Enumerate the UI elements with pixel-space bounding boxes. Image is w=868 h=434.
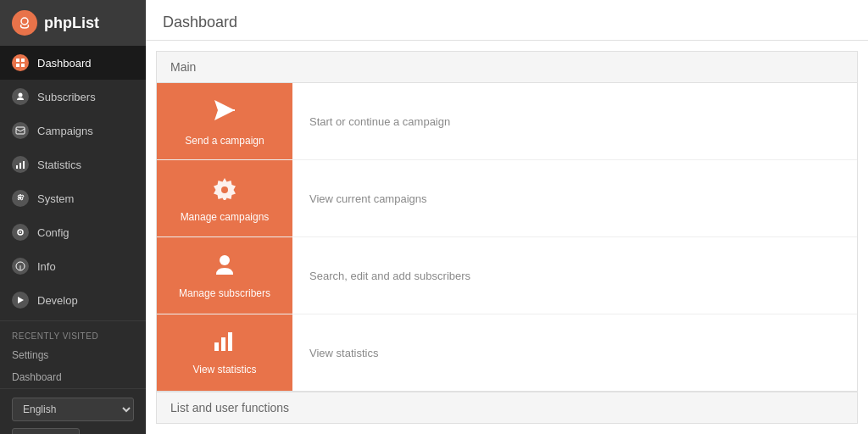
sidebar-item-system[interactable]: System xyxy=(0,181,146,215)
sidebar-item-label: Info xyxy=(37,260,56,273)
logo-icon xyxy=(12,10,37,36)
sidebar-item-label: Subscribers xyxy=(37,91,96,103)
sidebar: phpList Dashboard Subscrib xyxy=(0,0,146,434)
sidebar-item-label: Campaigns xyxy=(37,125,93,137)
main-content: Dashboard Main Send a campaign Start or … xyxy=(146,0,868,434)
develop-icon xyxy=(12,292,29,309)
svg-rect-4 xyxy=(21,64,25,67)
manage-campaigns-label: Manage campaigns xyxy=(181,211,270,223)
send-campaign-icon xyxy=(211,97,238,130)
app-logo[interactable]: phpList xyxy=(0,0,146,46)
svg-marker-15 xyxy=(18,297,24,303)
logout-button[interactable]: Logout xyxy=(12,428,80,434)
info-icon: i xyxy=(12,258,29,275)
section-list-header: List and user functions xyxy=(156,392,858,424)
svg-rect-8 xyxy=(19,163,21,169)
sidebar-item-info[interactable]: i Info xyxy=(0,249,146,283)
app-name: phpList xyxy=(44,14,99,32)
svg-point-0 xyxy=(21,18,28,25)
svg-rect-2 xyxy=(21,58,25,62)
svg-rect-7 xyxy=(16,165,18,169)
view-statistics-icon xyxy=(213,331,236,359)
sidebar-item-config[interactable]: Config xyxy=(0,215,146,249)
svg-rect-1 xyxy=(16,58,19,62)
send-campaign-description: Start or continue a campaign xyxy=(292,115,467,128)
view-statistics-tile[interactable]: View statistics xyxy=(157,314,292,391)
sidebar-item-develop[interactable]: Develop xyxy=(0,283,146,317)
svg-rect-6 xyxy=(16,127,25,134)
sidebar-item-dashboard[interactable]: Dashboard xyxy=(0,46,146,80)
svg-text:i: i xyxy=(19,264,21,270)
page-title: Dashboard xyxy=(146,0,868,41)
statistics-icon xyxy=(12,156,29,173)
svg-point-21 xyxy=(220,255,230,265)
system-icon xyxy=(12,190,29,207)
manage-campaigns-description: View current campaigns xyxy=(292,192,444,205)
card-row-manage-campaigns: Manage campaigns View current campaigns xyxy=(157,160,857,237)
recent-item-settings[interactable]: Settings xyxy=(0,344,146,366)
manage-subscribers-icon xyxy=(213,253,236,282)
svg-point-5 xyxy=(19,93,23,97)
sidebar-item-campaigns[interactable]: Campaigns xyxy=(0,114,146,147)
manage-campaigns-icon xyxy=(212,175,237,206)
config-icon xyxy=(12,224,29,241)
view-statistics-description: View statistics xyxy=(292,347,395,359)
dashboard-icon xyxy=(12,54,29,71)
section-main-header: Main xyxy=(156,51,858,83)
send-campaign-tile[interactable]: Send a campaign xyxy=(157,83,292,159)
manage-subscribers-description: Search, edit and add subscribers xyxy=(292,270,487,282)
sidebar-item-label: Develop xyxy=(37,294,78,307)
svg-rect-9 xyxy=(23,161,25,169)
sidebar-item-label: Dashboard xyxy=(37,57,92,70)
svg-point-20 xyxy=(221,186,228,193)
sidebar-item-label: Config xyxy=(37,226,70,239)
recently-visited-label: RECENTLY VISITED xyxy=(0,320,146,344)
language-select[interactable]: English xyxy=(12,398,134,421)
sidebar-item-subscribers[interactable]: Subscribers xyxy=(0,80,146,114)
nav-menu: Dashboard Subscribers Campaigns xyxy=(0,46,146,317)
recent-item-dashboard[interactable]: Dashboard xyxy=(0,366,146,388)
manage-subscribers-label: Manage subscribers xyxy=(179,287,270,299)
card-row-view-statistics: View statistics View statistics xyxy=(157,314,857,391)
sidebar-item-statistics[interactable]: Statistics xyxy=(0,147,146,181)
manage-subscribers-tile[interactable]: Manage subscribers xyxy=(157,237,292,314)
sidebar-bottom: English Logout xyxy=(0,388,146,434)
sidebar-item-label: System xyxy=(37,192,74,205)
svg-rect-22 xyxy=(214,342,219,351)
svg-rect-23 xyxy=(221,337,225,351)
sidebar-item-label: Statistics xyxy=(37,159,81,171)
campaigns-icon xyxy=(12,122,29,139)
send-campaign-label: Send a campaign xyxy=(185,135,264,147)
svg-point-12 xyxy=(19,231,21,233)
cards-container: Send a campaign Start or continue a camp… xyxy=(156,83,858,392)
svg-point-10 xyxy=(19,197,22,199)
subscribers-icon xyxy=(12,88,29,105)
view-statistics-label: View statistics xyxy=(192,364,256,376)
svg-rect-3 xyxy=(16,64,19,67)
card-row-manage-subscribers: Manage subscribers Search, edit and add … xyxy=(157,237,857,314)
card-row-send-campaign: Send a campaign Start or continue a camp… xyxy=(157,83,857,160)
manage-campaigns-tile[interactable]: Manage campaigns xyxy=(157,160,292,236)
svg-rect-24 xyxy=(228,332,232,351)
